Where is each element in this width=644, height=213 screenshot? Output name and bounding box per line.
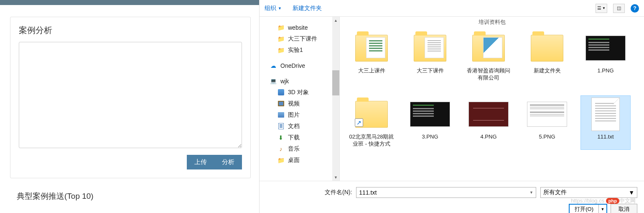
file-open-dialog: 组织 ▼ 新建文件夹 ☰ ▼ ◫ ? 📁website 📁大三下课件 📁实验1 … (259, 0, 644, 213)
tree-item-pc[interactable]: 💻wjk (260, 75, 339, 87)
pictures-icon (277, 112, 285, 118)
filename-value: 111.txt (359, 189, 377, 196)
tree-item-dasanxia[interactable]: 📁大三下课件 (260, 33, 339, 44)
txt-thumbnail (585, 98, 626, 131)
new-folder-button[interactable]: 新建文件夹 (293, 5, 322, 12)
downloads-icon: ⬇ (277, 134, 285, 141)
chevron-down-icon[interactable]: ▼ (529, 190, 533, 195)
file-item-folder[interactable]: 新建文件夹 (522, 29, 572, 84)
file-item-image[interactable]: 1.PNG (580, 29, 631, 84)
folder-thumbnail (410, 31, 450, 65)
upload-button[interactable]: 上传 (187, 155, 214, 169)
analyze-button[interactable]: 分析 (214, 155, 242, 169)
file-item-folder[interactable]: 大三上课件 (346, 29, 397, 84)
file-item-image[interactable]: 5.PNG (522, 95, 572, 150)
organize-label: 组织 (265, 5, 276, 12)
dialog-footer: 文件名(N): 111.txt ▼ 所有文件 ▼ 打开(O) ▼ 取消 (260, 181, 644, 213)
help-icon[interactable]: ? (631, 4, 639, 13)
desktop-icon: 📁 (277, 157, 285, 164)
image-thumbnail (468, 98, 509, 131)
shortcut-thumbnail: ↗ (351, 98, 392, 131)
documents-icon (277, 123, 285, 130)
video-icon (277, 100, 285, 107)
tree-item-desktop[interactable]: 📁桌面 (260, 154, 339, 166)
dialog-toolbar: 组织 ▼ 新建文件夹 ☰ ▼ ◫ ? (260, 0, 644, 17)
image-thumbnail (527, 98, 567, 131)
chevron-down-icon: ▼ (278, 6, 282, 10)
card-button-row: 上传 分析 (19, 155, 242, 169)
file-item-txt-selected[interactable]: 111.txt (580, 95, 631, 150)
view-mode-button[interactable]: ☰ ▼ (596, 4, 607, 13)
tree-item-downloads[interactable]: ⬇下载 (260, 132, 339, 143)
3d-objects-icon (277, 89, 285, 96)
top10-heading: 典型案例推送(Top 10) (17, 191, 251, 202)
file-grid-area: 培训资料包 大三上课件 大三下课件 香港智盈咨询顾问有限公司 新建文件夹 (340, 17, 644, 181)
music-icon: ♪ (277, 146, 285, 152)
file-item-folder[interactable]: 香港智盈咨询顾问有限公司 (463, 29, 514, 84)
folder-thumbnail (351, 31, 392, 65)
scroll-up-icon[interactable]: ▲ (332, 17, 339, 24)
image-thumbnail (585, 31, 626, 65)
tree-item-shiyan1[interactable]: 📁实验1 (260, 44, 339, 56)
tree-item-3d[interactable]: 3D 对象 (260, 87, 339, 98)
tree-item-website[interactable]: 📁website (260, 22, 339, 33)
open-button[interactable]: 打开(O) ▼ (569, 204, 607, 213)
case-analysis-card: 案例分析 上传 分析 (10, 17, 251, 178)
card-title: 案例分析 (19, 25, 242, 36)
folder-icon: 📁 (277, 47, 285, 54)
preview-pane-button[interactable]: ◫ (613, 4, 625, 13)
shortcut-arrow-icon: ↗ (355, 118, 363, 127)
folder-icon: 📁 (277, 36, 285, 42)
category-label: 培训资料包 (346, 18, 637, 26)
open-button-label[interactable]: 打开(O) (570, 205, 599, 213)
tree-item-video[interactable]: 视频 (260, 98, 339, 109)
filename-label: 文件名(N): (325, 189, 352, 196)
folder-thumbnail (468, 31, 509, 65)
file-item-folder[interactable]: 大三下课件 (405, 29, 455, 84)
nav-tree: 📁website 📁大三下课件 📁实验1 ☁OneDrive 💻wjk 3D 对… (260, 17, 340, 181)
filetype-value: 所有文件 (543, 189, 567, 196)
filetype-select[interactable]: 所有文件 ▼ (540, 187, 637, 198)
folder-thumbnail (527, 31, 567, 65)
file-item-image[interactable]: 3.PNG (405, 95, 455, 150)
case-textarea[interactable] (19, 42, 242, 148)
web-header-bar (0, 0, 259, 5)
tree-item-pictures[interactable]: 图片 (260, 109, 339, 121)
open-split-dropdown[interactable]: ▼ (599, 205, 606, 213)
filename-input[interactable]: 111.txt ▼ (356, 187, 536, 198)
tree-item-music[interactable]: ♪音乐 (260, 143, 339, 154)
dialog-body: 📁website 📁大三下课件 📁实验1 ☁OneDrive 💻wjk 3D 对… (260, 17, 644, 181)
file-item-shortcut[interactable]: ↗ 02北京黑马28期就业班 - 快捷方式 (346, 95, 397, 150)
organize-button[interactable]: 组织 ▼ (265, 5, 282, 12)
scroll-thumb[interactable] (332, 70, 339, 95)
onedrive-icon: ☁ (270, 62, 277, 69)
chevron-down-icon[interactable]: ▼ (629, 189, 634, 196)
scroll-down-icon[interactable]: ▼ (332, 174, 339, 181)
tree-item-onedrive[interactable]: ☁OneDrive (260, 60, 339, 71)
pc-icon: 💻 (270, 78, 277, 85)
image-thumbnail (410, 98, 450, 131)
cancel-button[interactable]: 取消 (611, 204, 637, 213)
file-item-image[interactable]: 4.PNG (463, 95, 514, 150)
folder-icon: 📁 (277, 24, 285, 31)
web-panel: 案例分析 上传 分析 典型案例推送(Top 10) (0, 0, 259, 213)
tree-item-documents[interactable]: 文档 (260, 121, 339, 132)
tree-scrollbar[interactable]: ▲ ▼ (332, 17, 339, 181)
